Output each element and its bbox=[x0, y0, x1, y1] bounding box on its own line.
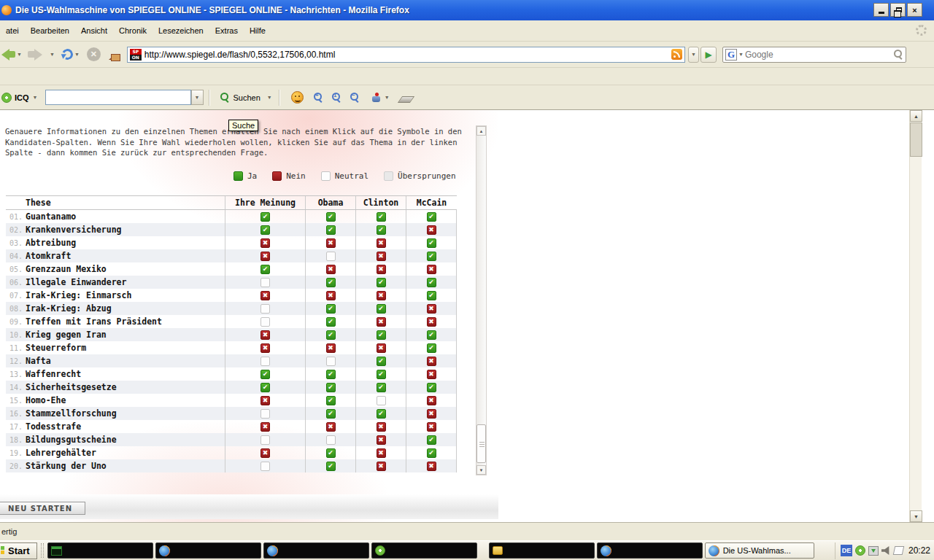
status-icon-nein[interactable]: ✖ bbox=[427, 225, 436, 235]
home-button[interactable] bbox=[108, 44, 121, 66]
thesis-link[interactable]: Sicherheitsgesetze bbox=[26, 382, 225, 392]
scrollbar-thumb[interactable] bbox=[476, 424, 486, 463]
status-icon-ja[interactable]: ✔ bbox=[427, 343, 436, 353]
status-icon-nein[interactable]: ✖ bbox=[260, 330, 270, 340]
taskbar-button[interactable] bbox=[263, 542, 369, 559]
back-dropdown[interactable]: ▼ bbox=[17, 52, 22, 57]
thesis-link[interactable]: Stammzellforschung bbox=[26, 408, 225, 419]
search-engine-dropdown[interactable]: ▼ bbox=[738, 52, 744, 57]
menu-item-extras[interactable]: Extras bbox=[209, 24, 244, 37]
status-icon-ja[interactable]: ✔ bbox=[326, 462, 336, 471]
menu-item-chronik[interactable]: Chronik bbox=[113, 24, 153, 37]
status-icon-neutral[interactable] bbox=[260, 317, 270, 327]
status-icon-nein[interactable]: ✖ bbox=[260, 238, 270, 248]
status-icon-nein[interactable]: ✖ bbox=[260, 396, 270, 405]
close-button[interactable]: × bbox=[907, 3, 922, 17]
thesis-link[interactable]: Bildungsgutscheine bbox=[26, 435, 225, 445]
url-input[interactable] bbox=[144, 50, 671, 60]
stop-button[interactable]: ✕ bbox=[87, 44, 101, 66]
thesis-link[interactable]: Todesstrafe bbox=[26, 421, 225, 432]
thesis-link[interactable]: Homo-Ehe bbox=[26, 395, 225, 405]
status-icon-ja[interactable]: ✔ bbox=[260, 370, 270, 379]
reload-dropdown[interactable]: ▼ bbox=[74, 52, 80, 57]
status-icon-nein[interactable]: ✖ bbox=[326, 238, 336, 248]
status-icon-neutral[interactable] bbox=[326, 435, 336, 445]
taskbar-button[interactable] bbox=[155, 542, 261, 559]
status-icon-ja[interactable]: ✔ bbox=[377, 330, 386, 340]
status-icon-ja[interactable]: ✔ bbox=[260, 265, 270, 274]
browser-scrollbar[interactable]: ▲ ▼ bbox=[909, 110, 922, 522]
status-icon-nein[interactable]: ✖ bbox=[427, 317, 436, 327]
status-icon-nein[interactable]: ✖ bbox=[326, 422, 336, 432]
status-icon-ja[interactable]: ✔ bbox=[326, 448, 336, 458]
status-icon-nein[interactable]: ✖ bbox=[260, 422, 270, 432]
status-icon-ja[interactable]: ✔ bbox=[377, 383, 386, 392]
status-icon-ja[interactable]: ✔ bbox=[427, 238, 436, 248]
volume-icon[interactable] bbox=[881, 546, 891, 555]
status-icon-nein[interactable]: ✖ bbox=[326, 291, 336, 300]
flash-scrollbar[interactable]: ▲ ▼ bbox=[476, 125, 487, 475]
scroll-down-icon[interactable]: ▼ bbox=[910, 510, 922, 522]
address-bar[interactable]: SPON bbox=[127, 47, 685, 63]
icq-search-history-dropdown[interactable]: ▼ bbox=[191, 90, 204, 105]
status-icon-ja[interactable]: ✔ bbox=[377, 409, 386, 419]
joystick-dropdown[interactable]: ▼ bbox=[385, 95, 390, 100]
quicklaunch-grip[interactable] bbox=[41, 543, 44, 558]
status-icon-nein[interactable]: ✖ bbox=[377, 462, 386, 471]
status-icon-nein[interactable]: ✖ bbox=[427, 370, 436, 379]
status-icon-neutral[interactable] bbox=[260, 409, 270, 419]
status-icon-ja[interactable]: ✔ bbox=[326, 409, 336, 419]
status-icon-nein[interactable]: ✖ bbox=[427, 357, 436, 366]
back-button[interactable] bbox=[0, 44, 15, 66]
status-icon-neutral[interactable] bbox=[260, 304, 270, 314]
suchen-dropdown[interactable]: ▼ bbox=[267, 95, 272, 100]
menu-item-atei[interactable]: atei bbox=[0, 24, 25, 37]
status-icon-nein[interactable]: ✖ bbox=[260, 252, 270, 261]
status-icon-ja[interactable]: ✔ bbox=[427, 291, 436, 300]
status-icon-nein[interactable]: ✖ bbox=[427, 304, 436, 314]
thesis-link[interactable]: Waffenrecht bbox=[26, 369, 225, 379]
status-icon-ja[interactable]: ✔ bbox=[427, 383, 436, 392]
safely-remove-icon[interactable] bbox=[893, 546, 905, 555]
taskbar-button[interactable] bbox=[597, 542, 703, 559]
thesis-link[interactable]: Steuerreform bbox=[26, 343, 225, 353]
status-icon-ja[interactable]: ✔ bbox=[427, 330, 436, 340]
thesis-link[interactable]: Atomkraft bbox=[26, 251, 225, 261]
status-icon-ja[interactable]: ✔ bbox=[326, 383, 336, 392]
status-icon-ja[interactable]: ✔ bbox=[427, 435, 436, 445]
taskbar-button[interactable]: Die US-Wahlmas... bbox=[705, 542, 814, 559]
thesis-link[interactable]: Stärkung der Uno bbox=[26, 461, 225, 471]
status-icon-ja[interactable]: ✔ bbox=[326, 304, 336, 314]
status-icon-nein[interactable]: ✖ bbox=[260, 291, 270, 300]
status-icon-ja[interactable]: ✔ bbox=[260, 225, 270, 235]
joystick-icon[interactable] bbox=[370, 92, 382, 104]
status-icon-nein[interactable]: ✖ bbox=[326, 265, 336, 274]
search-icon[interactable] bbox=[894, 50, 903, 59]
google-search-box[interactable]: G ▼ bbox=[722, 47, 906, 63]
thesis-link[interactable]: Illegale Einwanderer bbox=[26, 277, 225, 287]
status-icon-ja[interactable]: ✔ bbox=[326, 330, 336, 340]
taskbar-button[interactable] bbox=[489, 542, 595, 559]
menu-item-bearbeiten[interactable]: Bearbeiten bbox=[25, 24, 75, 37]
update-tray-icon[interactable] bbox=[868, 546, 879, 556]
thesis-link[interactable]: Nafta bbox=[26, 356, 225, 366]
status-icon-ja[interactable]: ✔ bbox=[377, 212, 386, 222]
status-icon-ja[interactable]: ✔ bbox=[326, 317, 336, 327]
zoom-in-icon[interactable]: + bbox=[314, 93, 323, 102]
status-icon-ja[interactable]: ✔ bbox=[377, 278, 386, 287]
icq-menu-dropdown[interactable]: ▼ bbox=[33, 95, 38, 100]
status-icon-nein[interactable]: ✖ bbox=[427, 462, 436, 471]
forward-button[interactable] bbox=[28, 44, 48, 66]
status-icon-neutral[interactable] bbox=[260, 435, 270, 445]
icq-tray-icon[interactable] bbox=[855, 545, 865, 556]
status-icon-ja[interactable]: ✔ bbox=[377, 370, 386, 379]
status-icon-ja[interactable]: ✔ bbox=[427, 278, 436, 287]
menu-item-ansicht[interactable]: Ansicht bbox=[75, 24, 113, 37]
scrollbar-thumb[interactable] bbox=[910, 122, 922, 157]
icq-flower-icon[interactable] bbox=[1, 93, 12, 103]
status-icon-ja[interactable]: ✔ bbox=[377, 357, 386, 366]
status-icon-ja[interactable]: ✔ bbox=[326, 370, 336, 379]
status-icon-ja[interactable]: ✔ bbox=[326, 396, 336, 405]
status-icon-nein[interactable]: ✖ bbox=[326, 343, 336, 353]
status-icon-nein[interactable]: ✖ bbox=[377, 343, 386, 353]
